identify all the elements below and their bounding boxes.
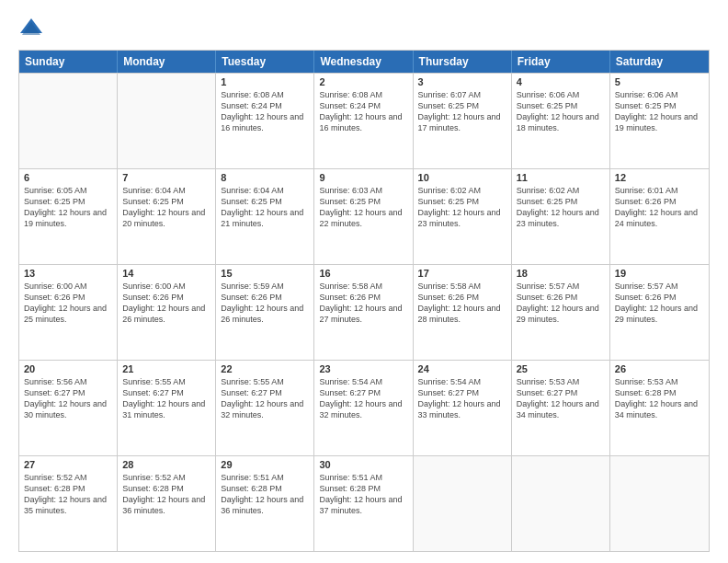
day-cell-17: 17Sunrise: 5:58 AM Sunset: 6:26 PM Dayli… [414, 265, 512, 360]
empty-cell [610, 456, 709, 551]
day-number: 5 [615, 76, 704, 87]
day-info: Sunrise: 5:59 AM Sunset: 6:26 PM Dayligh… [221, 281, 309, 326]
logo-icon [18, 15, 44, 40]
day-number: 26 [615, 363, 704, 374]
day-cell-6: 6Sunrise: 6:05 AM Sunset: 6:25 PM Daylig… [19, 169, 118, 264]
day-number: 27 [24, 459, 112, 470]
day-cell-8: 8Sunrise: 6:04 AM Sunset: 6:25 PM Daylig… [216, 169, 314, 264]
day-cell-16: 16Sunrise: 5:58 AM Sunset: 6:26 PM Dayli… [314, 265, 413, 360]
day-number: 24 [418, 363, 506, 374]
day-number: 6 [24, 172, 112, 183]
header-day-wednesday: Wednesday [314, 51, 413, 73]
page: SundayMondayTuesdayWednesdayThursdayFrid… [0, 0, 728, 563]
day-info: Sunrise: 5:52 AM Sunset: 6:28 PM Dayligh… [24, 472, 112, 517]
day-cell-20: 20Sunrise: 5:56 AM Sunset: 6:27 PM Dayli… [19, 361, 118, 455]
day-number: 3 [418, 76, 506, 87]
day-info: Sunrise: 5:55 AM Sunset: 6:27 PM Dayligh… [122, 376, 210, 421]
day-cell-22: 22Sunrise: 5:55 AM Sunset: 6:27 PM Dayli… [216, 361, 314, 455]
day-cell-15: 15Sunrise: 5:59 AM Sunset: 6:26 PM Dayli… [216, 265, 314, 360]
day-cell-5: 5Sunrise: 6:06 AM Sunset: 6:25 PM Daylig… [610, 74, 709, 168]
day-cell-1: 1Sunrise: 6:08 AM Sunset: 6:24 PM Daylig… [216, 74, 314, 168]
week-row-4: 27Sunrise: 5:52 AM Sunset: 6:28 PM Dayli… [19, 455, 709, 551]
day-cell-14: 14Sunrise: 6:00 AM Sunset: 6:26 PM Dayli… [118, 265, 216, 360]
day-info: Sunrise: 6:08 AM Sunset: 6:24 PM Dayligh… [319, 89, 407, 134]
day-number: 17 [418, 268, 506, 279]
day-cell-21: 21Sunrise: 5:55 AM Sunset: 6:27 PM Dayli… [118, 361, 216, 455]
week-row-0: 1Sunrise: 6:08 AM Sunset: 6:24 PM Daylig… [19, 73, 709, 168]
day-info: Sunrise: 5:53 AM Sunset: 6:28 PM Dayligh… [615, 376, 704, 421]
header-day-sunday: Sunday [19, 51, 118, 73]
day-info: Sunrise: 5:58 AM Sunset: 6:26 PM Dayligh… [319, 281, 407, 326]
day-info: Sunrise: 6:08 AM Sunset: 6:24 PM Dayligh… [221, 89, 309, 134]
day-cell-19: 19Sunrise: 5:57 AM Sunset: 6:26 PM Dayli… [610, 265, 709, 360]
header-day-tuesday: Tuesday [216, 51, 314, 73]
day-cell-29: 29Sunrise: 5:51 AM Sunset: 6:28 PM Dayli… [216, 456, 314, 551]
empty-cell [118, 74, 216, 168]
day-cell-28: 28Sunrise: 5:52 AM Sunset: 6:28 PM Dayli… [118, 456, 216, 551]
day-cell-27: 27Sunrise: 5:52 AM Sunset: 6:28 PM Dayli… [19, 456, 118, 551]
day-cell-7: 7Sunrise: 6:04 AM Sunset: 6:25 PM Daylig… [118, 169, 216, 264]
empty-cell [19, 74, 118, 168]
day-info: Sunrise: 6:01 AM Sunset: 6:26 PM Dayligh… [615, 185, 704, 230]
day-info: Sunrise: 6:06 AM Sunset: 6:25 PM Dayligh… [615, 89, 704, 134]
day-number: 2 [319, 76, 407, 87]
day-number: 10 [418, 172, 506, 183]
day-info: Sunrise: 5:54 AM Sunset: 6:27 PM Dayligh… [418, 376, 506, 421]
day-number: 29 [221, 459, 309, 470]
day-number: 11 [517, 172, 605, 183]
day-info: Sunrise: 5:58 AM Sunset: 6:26 PM Dayligh… [418, 281, 506, 326]
day-number: 14 [122, 268, 210, 279]
header-day-saturday: Saturday [610, 51, 709, 73]
header [18, 15, 710, 40]
day-number: 19 [615, 268, 704, 279]
day-number: 23 [319, 363, 407, 374]
day-info: Sunrise: 5:52 AM Sunset: 6:28 PM Dayligh… [122, 472, 210, 517]
day-info: Sunrise: 5:55 AM Sunset: 6:27 PM Dayligh… [221, 376, 309, 421]
day-number: 22 [221, 363, 309, 374]
day-info: Sunrise: 6:02 AM Sunset: 6:25 PM Dayligh… [418, 185, 506, 230]
day-number: 16 [319, 268, 407, 279]
header-day-friday: Friday [512, 51, 610, 73]
day-info: Sunrise: 5:54 AM Sunset: 6:27 PM Dayligh… [319, 376, 407, 421]
logo [18, 15, 48, 40]
day-info: Sunrise: 5:51 AM Sunset: 6:28 PM Dayligh… [221, 472, 309, 517]
day-info: Sunrise: 6:03 AM Sunset: 6:25 PM Dayligh… [319, 185, 407, 230]
header-day-thursday: Thursday [414, 51, 512, 73]
day-info: Sunrise: 5:51 AM Sunset: 6:28 PM Dayligh… [319, 472, 407, 517]
day-number: 7 [122, 172, 210, 183]
day-number: 25 [517, 363, 605, 374]
day-cell-2: 2Sunrise: 6:08 AM Sunset: 6:24 PM Daylig… [314, 74, 413, 168]
day-cell-10: 10Sunrise: 6:02 AM Sunset: 6:25 PM Dayli… [414, 169, 512, 264]
day-cell-18: 18Sunrise: 5:57 AM Sunset: 6:26 PM Dayli… [512, 265, 610, 360]
day-number: 12 [615, 172, 704, 183]
day-info: Sunrise: 5:57 AM Sunset: 6:26 PM Dayligh… [615, 281, 704, 326]
day-info: Sunrise: 6:00 AM Sunset: 6:26 PM Dayligh… [24, 281, 112, 326]
day-cell-30: 30Sunrise: 5:51 AM Sunset: 6:28 PM Dayli… [314, 456, 413, 551]
day-number: 20 [24, 363, 112, 374]
day-cell-24: 24Sunrise: 5:54 AM Sunset: 6:27 PM Dayli… [414, 361, 512, 455]
day-info: Sunrise: 5:53 AM Sunset: 6:27 PM Dayligh… [517, 376, 605, 421]
day-info: Sunrise: 6:05 AM Sunset: 6:25 PM Dayligh… [24, 185, 112, 230]
day-number: 15 [221, 268, 309, 279]
day-cell-13: 13Sunrise: 6:00 AM Sunset: 6:26 PM Dayli… [19, 265, 118, 360]
day-cell-4: 4Sunrise: 6:06 AM Sunset: 6:25 PM Daylig… [512, 74, 610, 168]
empty-cell [512, 456, 610, 551]
day-info: Sunrise: 5:57 AM Sunset: 6:26 PM Dayligh… [517, 281, 605, 326]
header-day-monday: Monday [118, 51, 216, 73]
day-number: 21 [122, 363, 210, 374]
week-row-1: 6Sunrise: 6:05 AM Sunset: 6:25 PM Daylig… [19, 168, 709, 264]
day-number: 4 [517, 76, 605, 87]
day-cell-3: 3Sunrise: 6:07 AM Sunset: 6:25 PM Daylig… [414, 74, 512, 168]
day-cell-23: 23Sunrise: 5:54 AM Sunset: 6:27 PM Dayli… [314, 361, 413, 455]
day-number: 8 [221, 172, 309, 183]
day-number: 9 [319, 172, 407, 183]
day-number: 18 [517, 268, 605, 279]
day-number: 30 [319, 459, 407, 470]
day-cell-12: 12Sunrise: 6:01 AM Sunset: 6:26 PM Dayli… [610, 169, 709, 264]
day-cell-25: 25Sunrise: 5:53 AM Sunset: 6:27 PM Dayli… [512, 361, 610, 455]
day-cell-26: 26Sunrise: 5:53 AM Sunset: 6:28 PM Dayli… [610, 361, 709, 455]
day-info: Sunrise: 6:00 AM Sunset: 6:26 PM Dayligh… [122, 281, 210, 326]
day-cell-11: 11Sunrise: 6:02 AM Sunset: 6:25 PM Dayli… [512, 169, 610, 264]
day-cell-9: 9Sunrise: 6:03 AM Sunset: 6:25 PM Daylig… [314, 169, 413, 264]
calendar-header: SundayMondayTuesdayWednesdayThursdayFrid… [19, 51, 709, 73]
